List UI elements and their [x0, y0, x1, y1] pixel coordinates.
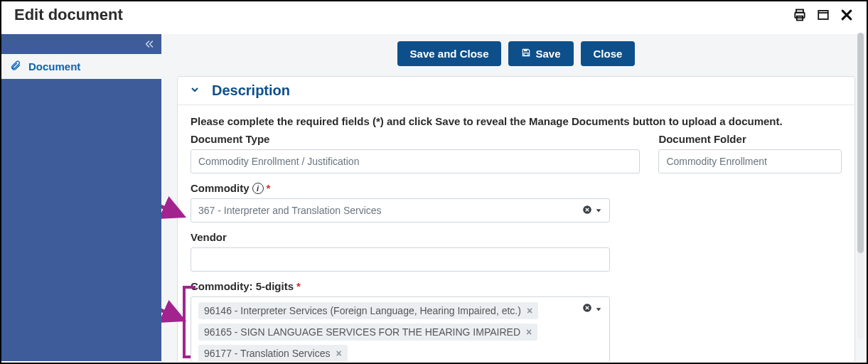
svg-marker-14 [596, 209, 601, 212]
commodity5-chip: 96146 - Interpreter Services (Foreign La… [198, 302, 538, 319]
commodity-value: 367 - Interpreter and Translation Servic… [198, 205, 382, 216]
dialog-title: Edit document [14, 6, 123, 24]
close-button[interactable]: Close [581, 41, 636, 66]
save-disk-icon [521, 48, 531, 60]
commodity5-label: Commodity: 5-digits * [191, 280, 610, 292]
scrollbar-thumb[interactable] [857, 33, 864, 253]
description-panel: Description Please complete the required… [177, 76, 855, 361]
commodity-select[interactable]: 367 - Interpreter and Translation Servic… [191, 198, 610, 223]
document-type-label: Document Type [191, 133, 640, 145]
sidebar-item-document[interactable]: Document [1, 54, 161, 79]
commodity-label: Commodity i * [191, 182, 610, 194]
action-bar: Save and Close Save Close [177, 34, 855, 76]
svg-rect-3 [818, 11, 828, 19]
sidebar: Document [1, 34, 161, 361]
document-folder-label: Document Folder [658, 133, 842, 145]
instructions-text: Please complete the required fields (*) … [191, 115, 842, 127]
required-asterisk: * [296, 280, 301, 292]
svg-rect-12 [525, 53, 529, 56]
document-type-field[interactable]: Commodity Enrollment / Justification [191, 149, 640, 173]
svg-marker-16 [596, 308, 601, 311]
clear-icon[interactable] [582, 205, 592, 217]
save-button[interactable]: Save [508, 41, 573, 66]
clear-icon[interactable] [582, 303, 592, 315]
print-icon[interactable] [793, 8, 807, 22]
header-icons [793, 8, 854, 22]
chip-remove-icon[interactable]: × [526, 326, 532, 338]
sidebar-item-label: Document [28, 60, 80, 73]
svg-rect-11 [525, 49, 528, 51]
paperclip-icon [10, 60, 21, 73]
vertical-scrollbar[interactable] [857, 33, 864, 340]
chevron-down-icon [189, 84, 200, 98]
commodity5-multiselect[interactable]: 96146 - Interpreter Services (Foreign La… [191, 296, 610, 361]
document-folder-field[interactable]: Commodity Enrollment [658, 149, 842, 173]
caret-down-icon[interactable] [595, 205, 602, 216]
commodity5-chip: 96165 - SIGN LANGUAGE SERVICES FOR THE H… [198, 323, 537, 341]
required-asterisk: * [267, 182, 271, 194]
commodity5-chip: 96177 - Translation Services × [198, 345, 348, 361]
info-icon[interactable]: i [252, 183, 264, 194]
panel-title: Description [212, 82, 290, 99]
panel-body: Please complete the required fields (*) … [178, 105, 854, 361]
body: Document Save and Close Save Close [1, 34, 867, 361]
panel-header[interactable]: Description [178, 77, 854, 105]
dialog-header: Edit document [1, 1, 867, 34]
vendor-label: Vendor [191, 231, 610, 243]
main-area: Save and Close Save Close Description Pl… [161, 34, 867, 361]
close-icon[interactable] [840, 8, 854, 22]
sidebar-collapse[interactable] [1, 34, 161, 54]
caret-down-icon[interactable] [595, 304, 602, 315]
commodity5-chips: 96146 - Interpreter Services (Foreign La… [198, 302, 538, 361]
chip-remove-icon[interactable]: × [527, 305, 532, 316]
maximize-icon[interactable] [817, 9, 830, 21]
vendor-field[interactable] [191, 247, 610, 272]
chip-remove-icon[interactable]: × [336, 348, 341, 359]
save-and-close-button[interactable]: Save and Close [397, 41, 502, 66]
